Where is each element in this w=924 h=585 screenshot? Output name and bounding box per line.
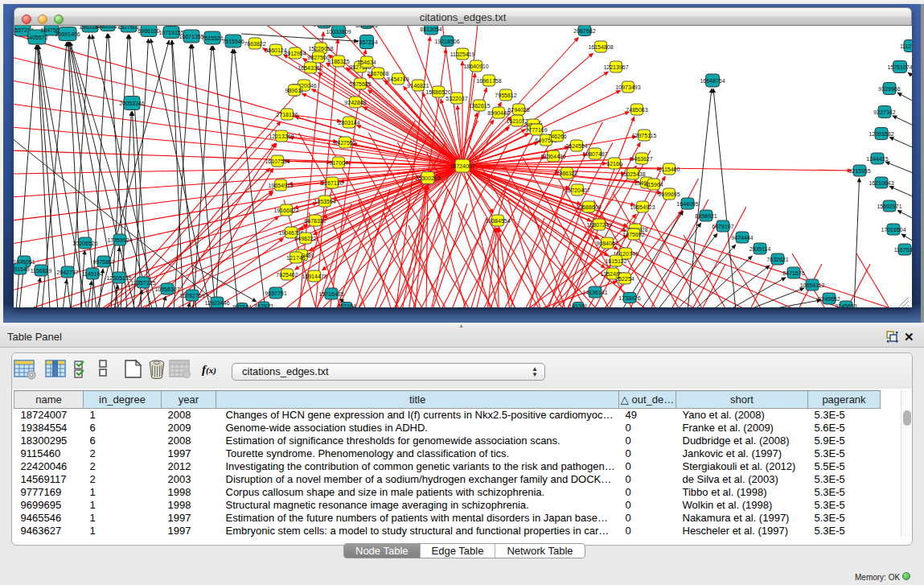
svg-text:8990448: 8990448 [487, 110, 509, 116]
svg-text:15720407: 15720407 [565, 187, 589, 193]
svg-text:1244415: 1244415 [866, 156, 888, 162]
svg-text:9227342: 9227342 [873, 109, 895, 115]
svg-text:1615132: 1615132 [605, 258, 626, 264]
svg-text:8958921: 8958921 [695, 213, 717, 219]
svg-text:9084067: 9084067 [596, 241, 618, 246]
svg-text:1644095: 1644095 [676, 201, 698, 207]
svg-text:1733426: 1733426 [618, 295, 640, 301]
svg-text:1167533: 1167533 [894, 247, 912, 253]
svg-text:3624554: 3624554 [565, 143, 587, 149]
svg-text:9699695: 9699695 [658, 192, 680, 197]
svg-text:16543362: 16543362 [298, 65, 322, 71]
svg-text:16210643: 16210643 [869, 180, 893, 186]
svg-text:1353594: 1353594 [314, 199, 335, 204]
svg-text:17357225: 17357225 [130, 280, 155, 286]
svg-text:8427552: 8427552 [334, 140, 355, 146]
svg-text:15751074: 15751074 [887, 64, 912, 70]
svg-text:10688609: 10688609 [576, 204, 601, 210]
svg-text:10973493: 10973493 [615, 84, 640, 90]
svg-text:18724007: 18724007 [450, 163, 474, 169]
svg-text:16107554: 16107554 [265, 159, 290, 164]
svg-text:7632621: 7632621 [766, 257, 788, 262]
svg-text:17359924: 17359924 [107, 237, 132, 243]
svg-text:9242848: 9242848 [344, 100, 366, 105]
svg-text:2803144: 2803144 [338, 120, 359, 126]
svg-text:16648764: 16648764 [700, 78, 725, 84]
svg-text:9777169: 9777169 [525, 127, 547, 133]
svg-text:25300295: 25300295 [415, 175, 440, 181]
svg-text:2087682: 2087682 [573, 28, 595, 34]
svg-text:157164: 157164 [337, 303, 355, 308]
svg-text:7357224: 7357224 [355, 39, 377, 45]
svg-text:1112744: 1112744 [900, 43, 912, 49]
svg-text:2867608: 2867608 [367, 71, 388, 76]
svg-text:15692971: 15692971 [877, 204, 901, 209]
svg-text:5322037: 5322037 [446, 96, 467, 101]
svg-text:20053346: 20053346 [119, 101, 144, 106]
svg-text:18807249: 18807249 [586, 222, 611, 228]
svg-text:9657791: 9657791 [265, 290, 286, 296]
svg-text:15886520: 15886520 [425, 89, 450, 95]
svg-text:6479197: 6479197 [712, 224, 733, 229]
svg-text:16671355: 16671355 [179, 34, 203, 39]
svg-text:917004: 917004 [329, 160, 347, 166]
svg-text:7515526: 7515526 [201, 35, 223, 41]
svg-text:9474444: 9474444 [731, 235, 753, 241]
svg-text:10025438: 10025438 [620, 171, 645, 177]
svg-text:391549: 391549 [14, 266, 30, 272]
svg-text:16914479: 16914479 [302, 274, 326, 279]
svg-text:12093582: 12093582 [869, 131, 893, 137]
svg-text:19218506: 19218506 [434, 39, 459, 44]
svg-text:7625402: 7625402 [276, 272, 298, 278]
svg-text:19654923: 19654923 [630, 204, 655, 210]
svg-text:16154808: 16154808 [588, 44, 613, 50]
svg-text:121746: 121746 [286, 255, 305, 261]
svg-text:17016504: 17016504 [881, 227, 906, 233]
svg-text:12975115: 12975115 [632, 133, 657, 138]
svg-text:3267130: 3267130 [321, 180, 343, 186]
svg-text:12505135: 12505135 [106, 275, 131, 281]
svg-text:9975867: 9975867 [92, 259, 114, 265]
svg-text:989611: 989611 [285, 88, 304, 93]
svg-text:62160: 62160 [606, 161, 622, 167]
svg-text:141361: 141361 [569, 303, 587, 308]
svg-text:9245653: 9245653 [835, 303, 856, 308]
svg-text:2935114: 2935114 [749, 246, 771, 252]
svg-text:19384554: 19384554 [485, 218, 510, 224]
svg-text:746266: 746266 [548, 134, 566, 139]
svg-text:252254: 252254 [615, 276, 634, 282]
svg-text:10654112: 10654112 [800, 282, 825, 288]
svg-text:14136141: 14136141 [582, 290, 607, 295]
svg-text:2942737: 2942737 [56, 270, 78, 275]
svg-text:21364436: 21364436 [540, 154, 565, 159]
svg-text:1527602: 1527602 [117, 26, 139, 30]
svg-text:8813054: 8813054 [420, 27, 441, 32]
svg-text:8813055: 8813055 [355, 26, 377, 28]
svg-text:8678332: 8678332 [304, 218, 326, 224]
svg-text:415964: 415964 [644, 182, 663, 187]
svg-text:2718126: 2718126 [276, 112, 298, 117]
svg-text:1145194: 1145194 [82, 271, 104, 277]
svg-text:7955812: 7955812 [495, 93, 516, 98]
svg-text:10853267: 10853267 [95, 26, 120, 29]
svg-text:7986322: 7986322 [556, 171, 577, 176]
svg-text:9146821: 9146821 [407, 83, 429, 89]
svg-text:5875685: 5875685 [349, 81, 371, 87]
svg-text:9115460: 9115460 [659, 167, 680, 172]
svg-text:19166822: 19166822 [273, 208, 298, 213]
svg-text:8912954: 8912954 [284, 51, 306, 56]
svg-text:1075692: 1075692 [622, 232, 644, 237]
svg-text:12923446: 12923446 [204, 300, 229, 306]
svg-text:8454749: 8454749 [387, 76, 409, 82]
svg-text:7515546: 7515546 [222, 39, 244, 44]
svg-text:6966160: 6966160 [138, 28, 159, 34]
svg-text:10958107: 10958107 [154, 286, 179, 292]
svg-text:10807487: 10807487 [582, 151, 607, 157]
svg-text:11325419: 11325419 [450, 51, 475, 57]
svg-text:1362615: 1362615 [468, 103, 490, 109]
svg-text:9245652: 9245652 [818, 296, 840, 302]
svg-text:1156829: 1156829 [31, 268, 52, 274]
svg-text:9329966: 9329966 [878, 86, 900, 92]
svg-text:154634: 154634 [357, 60, 376, 65]
svg-text:19654915: 19654915 [268, 183, 293, 188]
